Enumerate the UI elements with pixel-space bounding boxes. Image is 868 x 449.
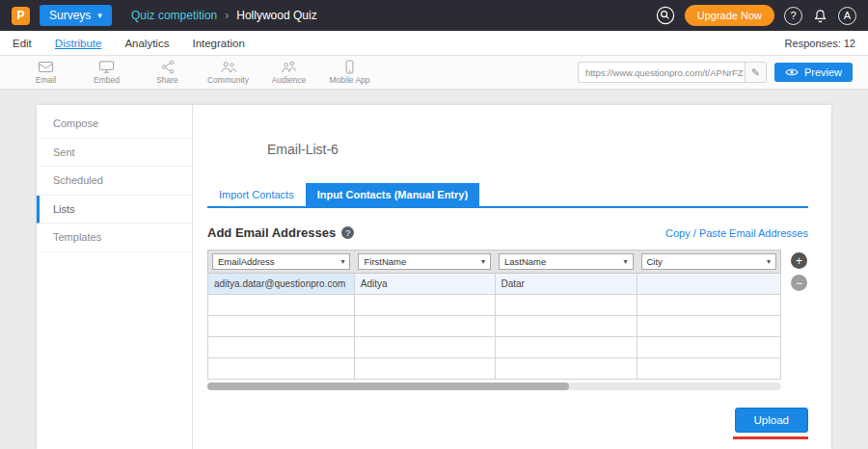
preview-button[interactable]: Preview [774,63,853,82]
copy-paste-emails-link[interactable]: Copy / Paste Email Addresses [665,227,808,239]
table-cell-firstname[interactable]: Aditya [355,274,496,295]
edit-url-pencil-icon[interactable]: ✎ [745,63,766,82]
breadcrumb-separator-icon: › [225,9,229,22]
table-cell-city[interactable] [637,316,781,337]
column-select-lastname[interactable]: LastName ▾ [499,253,634,270]
workspace: Compose Sent Scheduled Lists Templates E… [0,90,868,449]
chevron-down-icon: ▾ [481,257,485,266]
add-row-button[interactable]: + [791,252,807,269]
toolbar-item-label: Email [36,75,56,85]
table-cell-lastname[interactable]: Datar [496,274,638,295]
breadcrumb-current: Hollywood Quiz [236,9,316,22]
table-cell-email[interactable] [208,316,355,337]
table-row [208,337,781,358]
sidebar-item-compose[interactable]: Compose [37,110,192,139]
breadcrumb-parent[interactable]: Quiz competition [131,9,217,22]
topbar: P Surveys ▾ Quiz competition › Hollywood… [0,0,868,31]
tab-import-contacts[interactable]: Import Contacts [207,183,306,206]
row-buttons: + − [791,250,807,390]
nav-item-analytics[interactable]: Analytics [124,38,169,49]
chevron-down-icon: ▾ [340,257,344,266]
table-cell-city[interactable] [637,358,781,380]
scrollbar-thumb[interactable] [207,383,569,390]
table-cell-email[interactable] [208,337,355,358]
tab-input-contacts-manual[interactable]: Input Contacts (Manual Entry) [306,183,479,206]
table-cell-lastname[interactable] [496,316,638,337]
contacts-table: EmailAddress ▾ FirstName ▾ [207,250,781,390]
nav-item-integration[interactable]: Integration [192,38,244,49]
mobile-app-icon [343,60,356,74]
nav-item-edit[interactable]: Edit [13,38,32,49]
chevron-down-icon: ▾ [97,11,102,20]
contacts-tabs: Import Contacts Input Contacts (Manual E… [207,183,808,208]
table-cell-lastname[interactable] [496,295,638,316]
upgrade-now-button[interactable]: Upgrade Now [685,5,774,26]
surveys-dropdown-label: Surveys [49,9,91,22]
chevron-down-icon: ▾ [767,257,771,266]
contacts-table-body: aditya.datar@questionpro.com Aditya Data… [207,274,781,380]
table-cell-email[interactable] [208,295,355,316]
preview-button-label: Preview [804,66,842,78]
toolbar-item-community[interactable]: Community [198,60,258,85]
audience-icon [281,60,298,74]
embed-icon [98,60,115,74]
toolbar-item-label: Audience [272,75,306,85]
toolbar-item-email[interactable]: Email [15,60,76,85]
header-cell: FirstName ▾ [354,253,495,270]
header-cell: EmailAddress ▾ [208,253,354,270]
table-cell-email[interactable] [208,358,355,380]
toolbar-item-mobile-app[interactable]: Mobile App [319,60,380,85]
column-select-city[interactable]: City ▾ [641,253,777,270]
contacts-table-zone: EmailAddress ▾ FirstName ▾ [207,250,808,390]
email-sidebar: Compose Sent Scheduled Lists Templates [37,105,193,449]
sidebar-item-sent[interactable]: Sent [37,139,192,168]
upload-row: Upload [207,408,808,439]
upload-underline-annotation [733,436,808,439]
community-icon [220,60,237,74]
toolbar-item-label: Embed [94,75,120,85]
column-select-firstname[interactable]: FirstName ▾ [358,253,491,270]
column-select-value: EmailAddress [218,256,275,267]
toolbar-item-audience[interactable]: Audience [258,60,319,85]
help-badge-icon[interactable]: ? [341,226,354,239]
table-cell-firstname[interactable] [355,295,496,316]
table-row [208,316,781,337]
table-cell-city[interactable] [637,337,781,358]
sidebar-item-lists[interactable]: Lists [37,196,192,224]
column-select-emailaddress[interactable]: EmailAddress ▾ [212,253,350,270]
toolbar-item-share[interactable]: Share [137,60,198,85]
table-cell-city[interactable] [637,274,781,295]
section-title: Add Email Addresses [207,225,336,240]
search-icon[interactable] [656,6,675,25]
survey-url-input[interactable]: https://www.questionpro.com/t/APNrFZ [579,63,745,82]
table-cell-email[interactable]: aditya.datar@questionpro.com [208,274,355,295]
table-cell-firstname[interactable] [355,358,496,380]
header-cell: City ▾ [637,253,781,270]
user-avatar[interactable]: A [838,7,856,25]
nav-item-distribute[interactable]: Distribute [55,38,102,49]
table-cell-city[interactable] [637,295,781,316]
chevron-down-icon: ▾ [623,257,627,266]
surveys-dropdown[interactable]: Surveys ▾ [40,5,112,26]
lists-panel: Email-List-6 Import Contacts Input Conta… [193,105,831,449]
table-cell-lastname[interactable] [496,337,638,358]
sidebar-item-templates[interactable]: Templates [37,224,192,252]
upload-button[interactable]: Upload [735,408,808,433]
table-cell-firstname[interactable] [355,337,496,358]
notifications-bell-icon[interactable] [812,8,828,24]
help-icon[interactable]: ? [784,7,802,25]
table-cell-firstname[interactable] [355,316,496,337]
responses-count: Responses: 12 [785,38,855,49]
toolbar-item-label: Community [207,75,249,85]
email-distribution-card: Compose Sent Scheduled Lists Templates E… [37,105,831,449]
table-row: aditya.datar@questionpro.com Aditya Data… [208,274,781,295]
table-cell-lastname[interactable] [496,358,638,380]
distribute-toolbar: Email Embed Share [0,56,868,90]
sidebar-item-scheduled[interactable]: Scheduled [37,167,192,196]
questionpro-logo[interactable]: P [12,7,30,25]
horizontal-scrollbar[interactable] [207,383,781,390]
toolbar-item-embed[interactable]: Embed [76,60,137,85]
remove-row-button[interactable]: − [791,275,807,291]
page: P Surveys ▾ Quiz competition › Hollywood… [0,0,868,449]
breadcrumb: Quiz competition › Hollywood Quiz [131,9,317,22]
